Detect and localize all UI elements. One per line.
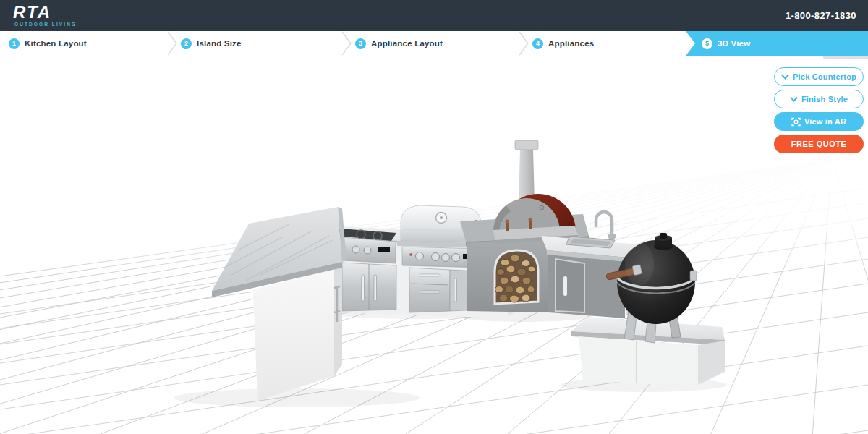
border-end-strip [823, 56, 868, 59]
step-island-size[interactable]: 2 Island Size [172, 31, 346, 56]
view-in-ar-label: View in AR [804, 117, 846, 126]
step-2-badge: 2 [181, 38, 192, 49]
phone-number: 1-800-827-1830 [786, 0, 856, 31]
3d-viewport[interactable] [0, 58, 868, 434]
step-kitchen-layout[interactable]: 1 Kitchen Layout [0, 31, 172, 56]
chevron-separator-icon [166, 31, 178, 59]
logo-title: RTA [13, 4, 77, 21]
step-4-badge: 4 [532, 38, 543, 49]
chevron-down-icon [781, 74, 789, 80]
step-2-label: Island Size [197, 39, 242, 48]
pick-countertop-button[interactable]: Pick Countertop [774, 67, 864, 86]
step-appliances[interactable]: 4 Appliances [524, 31, 686, 56]
step-3d-view[interactable]: 5 3D View [686, 31, 868, 56]
step-3-label: Appliance Layout [371, 39, 443, 48]
step-progress-bar: 1 Kitchen Layout 2 Island Size 3 Applian… [0, 31, 868, 56]
rta-logo: RTA OUTDOOR LIVING [13, 4, 77, 27]
chevron-down-icon [790, 96, 798, 102]
step-appliance-layout[interactable]: 3 Appliance Layout [346, 31, 524, 56]
3d-scene [0, 58, 868, 434]
rta-kitchen-configurator: RTA OUTDOOR LIVING 1-800-827-1830 1 Kitc… [0, 0, 868, 434]
chevron-separator-icon [518, 31, 529, 59]
view-in-ar-button[interactable]: View in AR [774, 112, 864, 131]
step-5-badge: 5 [702, 38, 712, 49]
step-3-badge: 3 [355, 38, 366, 49]
step-1-label: Kitchen Layout [25, 39, 87, 48]
free-quote-label: FREE QUOTE [791, 140, 847, 148]
pick-countertop-label: Pick Countertop [793, 72, 856, 81]
logo-subtitle: OUTDOOR LIVING [14, 22, 77, 27]
finish-style-button[interactable]: Finish Style [774, 90, 864, 109]
wood-storage-arch [495, 250, 538, 304]
step-5-label: 3D View [718, 39, 750, 48]
top-header: RTA OUTDOOR LIVING 1-800-827-1830 [0, 0, 868, 31]
viewer-actions: Pick Countertop Finish Style View in AR … [774, 67, 864, 153]
step-1-badge: 1 [9, 38, 20, 49]
free-quote-button[interactable]: FREE QUOTE [774, 135, 864, 153]
chevron-separator-icon [341, 31, 352, 59]
ar-cube-icon [791, 117, 801, 127]
finish-style-label: Finish Style [801, 95, 848, 103]
white-arrow-separator [686, 31, 695, 56]
step-4-label: Appliances [548, 39, 594, 48]
